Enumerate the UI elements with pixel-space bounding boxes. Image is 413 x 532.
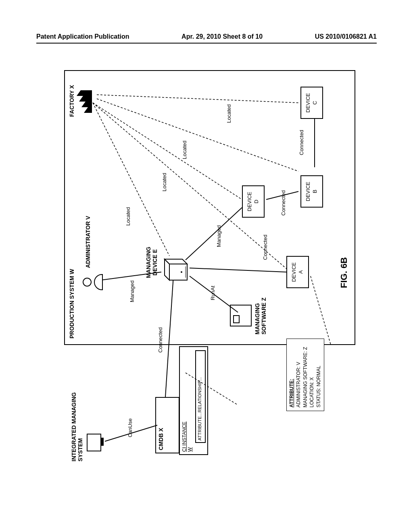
managing-software-z-label: MANAGING SOFTWARE Z [254, 297, 267, 335]
attribute-relationship-box: ATTRIBUTE...RELATIONSHIP... [195, 350, 206, 443]
located-label-1: Located [125, 207, 131, 226]
located-label-2: Located [161, 173, 167, 191]
figure-container: INTEGRATED MANAGING SYSTEM CMDB X CI INS… [2, 113, 409, 427]
canuse-label: CanUse [127, 418, 133, 437]
integrated-system-icon [87, 434, 101, 451]
svg-line-11 [97, 99, 298, 171]
svg-line-6 [186, 208, 242, 260]
factory-icon [77, 90, 92, 113]
connected-label-1: Connected [157, 327, 163, 353]
administrator-v-label: ADMINISTRATOR V [85, 216, 91, 268]
runat-label: RunAt [210, 286, 216, 300]
svg-line-2 [165, 276, 173, 397]
attr-admin: ADMINISTRATOR: V [295, 342, 302, 407]
device-a-box: DEVICE A [286, 256, 309, 288]
managed-label-2: Managed [216, 225, 222, 247]
factory-x-label: FACTORY X [69, 85, 75, 117]
attr-location: LOCATION: X [309, 342, 315, 407]
svg-marker-16 [77, 90, 92, 113]
ci-instance-box: CI INSTANCE W ATTRIBUTE...RELATIONSHIP..… [179, 346, 208, 455]
header-left: Patent Application Publication [36, 33, 129, 40]
managing-device-icon [161, 255, 193, 284]
production-system-w-label: PRODUCTION SYSTEM W [69, 269, 75, 339]
attribute-title: ATTRIBUTE: [288, 342, 295, 407]
attr-status: STATUS: NORMAL [315, 342, 322, 407]
connected-label-2: Connected [262, 235, 268, 260]
svg-line-14 [311, 276, 331, 345]
svg-line-9 [93, 103, 169, 256]
device-b-box: DEVICE B [300, 175, 323, 208]
connected-label-3: Connected [280, 190, 286, 216]
cmdb-label: CMDB X [158, 428, 164, 450]
attr-software: MANAGING SOFTWARE: Z [302, 342, 309, 407]
figure-inner: INTEGRATED MANAGING SYSTEM CMDB X CI INS… [48, 66, 363, 474]
software-icon [230, 305, 252, 326]
administrator-icon [83, 272, 103, 292]
device-d-box: DEVICE D [242, 185, 265, 218]
ci-instance-label: CI INSTANCE W [181, 422, 193, 452]
cmdb-box: CMDB X [155, 397, 179, 453]
header-right: US 2010/0106821 A1 [315, 33, 377, 40]
page-header: Patent Application Publication Apr. 29, … [0, 33, 413, 40]
located-label-3: Located [181, 141, 188, 159]
connected-label-4: Connected [298, 130, 305, 155]
device-c-box: DEVICE C [300, 87, 323, 119]
header-rule [36, 43, 377, 44]
svg-line-10 [93, 103, 242, 200]
svg-line-5 [190, 268, 286, 272]
located-label-4: Located [226, 104, 232, 123]
managed-label-1: Managed [129, 281, 135, 302]
header-center: Apr. 29, 2010 Sheet 8 of 10 [181, 33, 263, 40]
managing-device-e-label: MANAGING DEVICE E [145, 247, 158, 278]
integrated-managing-system-label: INTEGRATED MANAGING SYSTEM [71, 392, 83, 461]
svg-rect-18 [169, 264, 187, 280]
attribute-relationship-text: ATTRIBUTE...RELATIONSHIP... [197, 377, 202, 441]
figure-title: FIG. 6B [339, 257, 349, 288]
svg-point-21 [181, 271, 182, 273]
svg-line-12 [97, 95, 298, 103]
attribute-box: ATTRIBUTE: ADMINISTRATOR: V MANAGING SOF… [286, 339, 324, 411]
